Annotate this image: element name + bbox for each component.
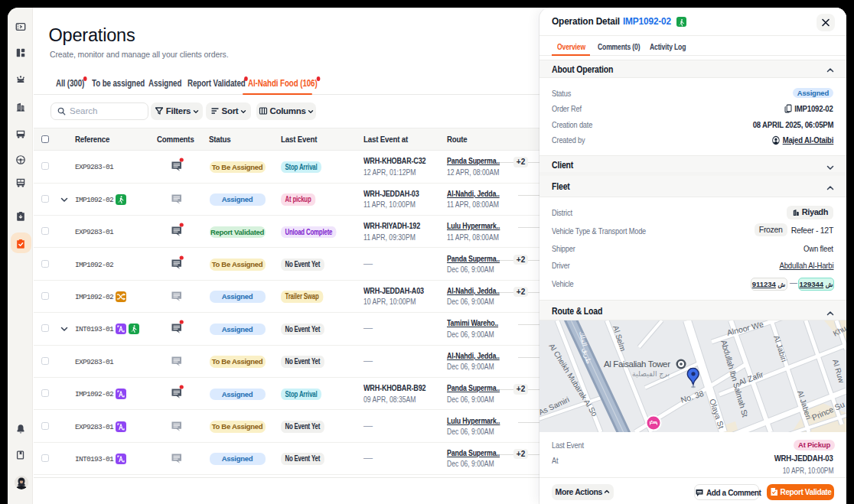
svg-text:برج الفيصلية: برج الفيصلية [632, 369, 670, 379]
svg-text:Al Faisaliah Tower: Al Faisaliah Tower [604, 359, 670, 369]
